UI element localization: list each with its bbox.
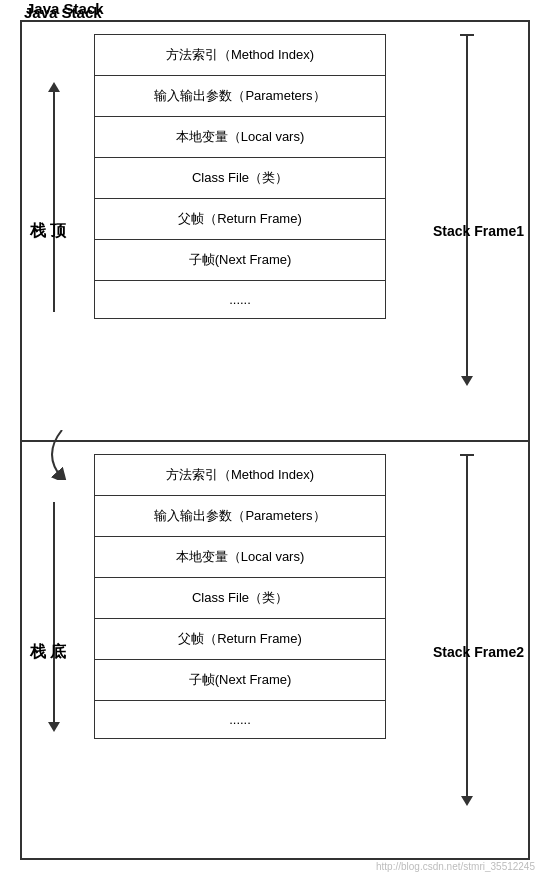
bottom-half: 栈底 方法索引（Method Index) 输入输出参数（Parameters）… xyxy=(22,442,528,862)
frame2-row-6: ...... xyxy=(95,701,385,738)
stack-frame2-label: Stack Frame2 xyxy=(433,644,524,660)
frame1-row-6: ...... xyxy=(95,281,385,318)
frame2-row-0: 方法索引（Method Index) xyxy=(95,455,385,496)
zhandi-arrow xyxy=(48,502,60,732)
frame1-row-0: 方法索引（Method Index) xyxy=(95,35,385,76)
frame2-row-3: Class File（类） xyxy=(95,578,385,619)
frame2-row-5: 子帧(Next Frame) xyxy=(95,660,385,701)
stack-frame1-label: Stack Frame1 xyxy=(433,223,524,239)
top-half: 栈顶 方法索引（Method Index) 输入输出参数（Parameters）… xyxy=(22,22,528,442)
frame1-bracket xyxy=(460,34,474,386)
frame2-row-2: 本地变量（Local vars) xyxy=(95,537,385,578)
frame2-row-4: 父帧（Return Frame) xyxy=(95,619,385,660)
watermark: http://blog.csdn.net/stmri_35512245 xyxy=(376,861,535,872)
stack-top-label: 栈顶 xyxy=(30,221,70,242)
frame2-box: 方法索引（Method Index) 输入输出参数（Parameters） 本地… xyxy=(94,454,386,739)
frame1-row-5: 子帧(Next Frame) xyxy=(95,240,385,281)
stack-bottom-label: 栈底 xyxy=(30,642,70,663)
frame2-bracket xyxy=(460,454,474,806)
zhanding-arrow xyxy=(48,82,60,312)
frame1-row-3: Class File（类） xyxy=(95,158,385,199)
main-title: Java Stack xyxy=(24,4,102,21)
frame2-row-1: 输入输出参数（Parameters） xyxy=(95,496,385,537)
frame1-row-4: 父帧（Return Frame) xyxy=(95,199,385,240)
frame1-box: 方法索引（Method Index) 输入输出参数（Parameters） 本地… xyxy=(94,34,386,319)
frame1-row-1: 输入输出参数（Parameters） xyxy=(95,76,385,117)
frame1-row-2: 本地变量（Local vars) xyxy=(95,117,385,158)
